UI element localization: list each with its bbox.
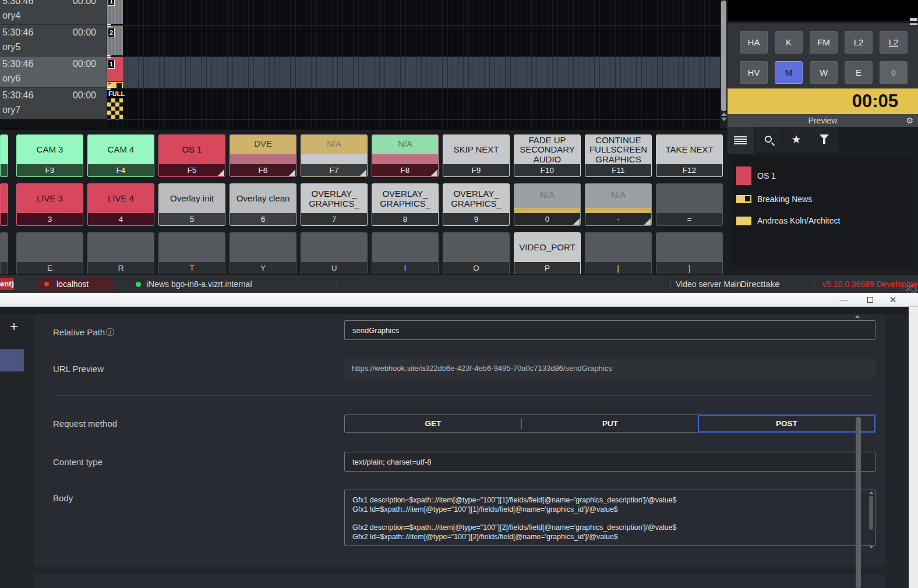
timeline-clip[interactable]: 1 bbox=[107, 0, 123, 25]
method-put-button[interactable]: PUT bbox=[522, 415, 698, 432]
method-get-button[interactable]: GET bbox=[345, 415, 521, 432]
grid-button-cam-3[interactable]: CAM 3F3 bbox=[16, 134, 83, 177]
grid-button-key: F7 bbox=[301, 164, 367, 176]
transport-key-k-01[interactable]: K bbox=[775, 31, 803, 54]
grid-button-][interactable]: ] bbox=[656, 232, 723, 275]
grid-button-[[interactable]: [ bbox=[585, 232, 652, 275]
grid-button-live-4[interactable]: LIVE 44 bbox=[87, 183, 154, 226]
grid-button-continue-fullscreen-graphics[interactable]: CONTINUE FULLSCREEN GRAPHICSF11 bbox=[585, 134, 652, 177]
grid-button-I[interactable]: I bbox=[372, 232, 439, 275]
inews-server-label[interactable]: iNews bgo-in8-a.vizrt.internal bbox=[147, 275, 252, 293]
transport-key-w-12[interactable]: W bbox=[810, 61, 838, 84]
timeline-clip[interactable]: 2 bbox=[107, 25, 123, 56]
content-type-input[interactable] bbox=[344, 452, 875, 472]
grid-button-os-1[interactable]: OS 1F5 bbox=[158, 134, 225, 177]
scroll-up-icon[interactable] bbox=[721, 112, 727, 116]
grid-button-=[interactable]: = bbox=[656, 183, 723, 226]
grid-button-label bbox=[585, 233, 651, 263]
grid-button-label bbox=[17, 233, 83, 263]
grid-button-sliver-2[interactable] bbox=[0, 232, 8, 275]
grid-button-overlay-[interactable]: OVERLAY_ GRAPHICS_9 bbox=[443, 183, 510, 226]
method-post-button[interactable]: POST bbox=[698, 415, 875, 432]
dialog-scroll-up-icon[interactable] bbox=[855, 315, 860, 318]
transport-key-hv-10[interactable]: HV bbox=[740, 61, 768, 84]
grid-button-label: CAM 4 bbox=[88, 135, 154, 165]
close-button[interactable]: ✕ bbox=[884, 293, 902, 307]
grid-button-E[interactable]: E bbox=[16, 232, 83, 275]
timeline-row-label[interactable]: 5:30:4600:00ory6 bbox=[0, 56, 107, 88]
grid-button-cam-4[interactable]: CAM 4F4 bbox=[87, 134, 154, 177]
gear-icon[interactable]: ⚙ bbox=[906, 114, 913, 127]
grid-button-n-a[interactable]: N/A- bbox=[585, 183, 652, 226]
grid-button-Y[interactable]: Y bbox=[230, 232, 296, 275]
grid-button-T[interactable]: T bbox=[158, 232, 225, 275]
grid-button-video-port[interactable]: VIDEO_PORTP bbox=[514, 232, 581, 275]
transport-key-ha-00[interactable]: HA bbox=[740, 31, 768, 54]
body-textarea[interactable]: Gfx1 description=$xpath:.//item[@type="1… bbox=[344, 490, 875, 546]
body-scrollbar-thumb[interactable] bbox=[869, 496, 873, 530]
timeline-scrollbar-thumb[interactable] bbox=[721, 1, 726, 111]
favorites-item-label[interactable]: Breaking News bbox=[757, 194, 812, 204]
transport-key-m-11[interactable]: M bbox=[775, 61, 803, 84]
grid-button-key: F6 bbox=[230, 164, 296, 176]
body-scrollbar[interactable] bbox=[868, 491, 874, 548]
transport-key-l2-03[interactable]: L2 bbox=[845, 31, 873, 54]
scroll-down-icon[interactable] bbox=[721, 118, 727, 121]
localhost-badge[interactable]: localhost bbox=[37, 278, 114, 291]
timeline-row-label[interactable]: 5:30:4600:00ory7 bbox=[0, 88, 107, 119]
grid-button-fade-up-secondary-audio[interactable]: FADE UP SECONDARY AUDIOF10 bbox=[514, 134, 581, 177]
scroll-up-icon[interactable] bbox=[869, 491, 874, 494]
red-status-dot-icon bbox=[44, 282, 49, 286]
tab-list[interactable] bbox=[727, 127, 754, 154]
grid-button-n-a[interactable]: N/A0 bbox=[514, 183, 581, 226]
tab-favorites[interactable]: ★ bbox=[783, 127, 810, 151]
video-server-label[interactable]: Video server Main bbox=[676, 275, 742, 293]
grid-button-R[interactable]: R bbox=[87, 232, 154, 275]
favorites-item-label[interactable]: Andreas Koln/Architect bbox=[757, 216, 840, 225]
add-button[interactable]: + bbox=[10, 320, 18, 334]
minimize-button[interactable]: — bbox=[835, 293, 852, 307]
relative-path-input[interactable] bbox=[344, 320, 875, 340]
request-method-label: Request method bbox=[53, 419, 117, 428]
grid-button-label: TAKE NEXT bbox=[656, 135, 722, 165]
grid-button-n-a[interactable]: N/AF7 bbox=[301, 134, 368, 177]
favorites-item-label[interactable]: OS 1 bbox=[757, 171, 776, 180]
transport-key-fm-02[interactable]: FM bbox=[810, 31, 838, 54]
timeline-scroll-arrows[interactable] bbox=[721, 112, 727, 121]
transport-key-0-14[interactable]: 0 bbox=[880, 61, 908, 84]
tab-search[interactable] bbox=[755, 127, 782, 151]
grid-button-take-next[interactable]: TAKE NEXTF12 bbox=[656, 134, 723, 177]
grid-button-skip-next[interactable]: SKIP NEXTF9 bbox=[443, 134, 510, 177]
directtake-label[interactable]: Directtake bbox=[740, 275, 780, 293]
resize-grip[interactable] bbox=[906, 285, 917, 293]
clip-number-badge: 2 bbox=[108, 29, 115, 37]
sidebar-selected-item[interactable] bbox=[0, 349, 24, 371]
grid-button-overlay-clean[interactable]: Overlay clean6 bbox=[230, 183, 296, 226]
scroll-down-icon[interactable] bbox=[869, 546, 874, 548]
bar-notch bbox=[108, 83, 111, 84]
dialog-titlebar[interactable]: — ✕ bbox=[0, 293, 918, 307]
tab-filter[interactable] bbox=[811, 127, 838, 151]
grid-button-sliver-1[interactable] bbox=[0, 183, 8, 226]
grid-button-O[interactable]: O bbox=[443, 232, 510, 275]
grid-button-overlay-[interactable]: OVERLAY_ GRAPHICS_7 bbox=[301, 183, 368, 226]
grid-button-live-3[interactable]: LIVE 33 bbox=[16, 183, 83, 226]
grid-button-dve[interactable]: DVEF6 bbox=[230, 134, 296, 177]
timeline-scrollbar[interactable] bbox=[721, 0, 728, 129]
transport-key-l2-04[interactable]: L2 bbox=[880, 31, 908, 54]
timeline-clip[interactable]: 1 bbox=[107, 56, 123, 88]
preview-video-area bbox=[728, 0, 918, 21]
transport-key-e-13[interactable]: E bbox=[845, 61, 873, 84]
timeline-row-label[interactable]: 5:30:4600:00ory4 bbox=[0, 0, 107, 25]
maximize-button[interactable] bbox=[867, 297, 873, 303]
timeline-clip[interactable]: FULL bbox=[107, 88, 123, 119]
timeline-row-label[interactable]: 5:30:4600:00ory5 bbox=[0, 25, 107, 56]
status-bar: ent) localhost iNews bgo-in8-a.vizrt.int… bbox=[0, 274, 918, 293]
grid-button-n-a[interactable]: N/AF8 bbox=[372, 134, 439, 177]
dialog-scrollbar-thumb[interactable] bbox=[856, 417, 861, 588]
grid-button-overlay-[interactable]: OVERLAY_ GRAPHICS_8 bbox=[372, 183, 439, 226]
grid-button-sliver-0[interactable] bbox=[0, 134, 8, 177]
grid-button-overlay-init[interactable]: Overlay init5 bbox=[158, 183, 225, 226]
grid-button-U[interactable]: U bbox=[301, 232, 368, 275]
info-icon[interactable]: i bbox=[106, 328, 114, 336]
